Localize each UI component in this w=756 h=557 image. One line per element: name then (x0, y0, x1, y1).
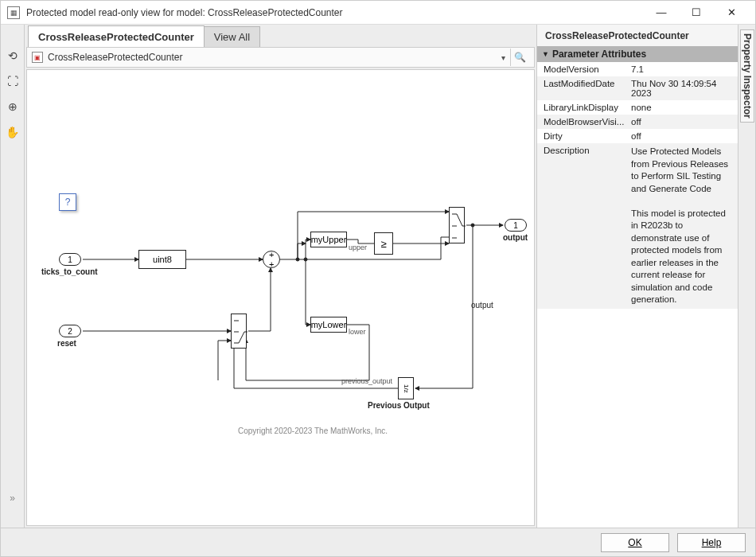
fit-view-icon[interactable]: ⛶ (6, 74, 20, 88)
window-title: Protected model read-only view for model… (26, 7, 644, 18)
prop-model-browser: ModelBrowserVisi... off (537, 115, 738, 129)
pan-icon[interactable]: ✋ (6, 125, 20, 139)
mylower-block[interactable]: myLower (310, 317, 347, 333)
zoom-icon[interactable]: ⊕ (6, 99, 20, 114)
switch-block[interactable] (449, 207, 465, 243)
prop-dirty: Dirty off (537, 129, 738, 143)
section-title: Parameter Attributes (552, 49, 646, 60)
search-icon[interactable]: 🔍 (510, 49, 529, 66)
tab-row: CrossReleaseProtectedCounter View All (25, 25, 536, 47)
help-button[interactable]: Help (677, 533, 746, 552)
tab-model-label: CrossReleaseProtectedCounter (38, 31, 194, 43)
inspector-section-header[interactable]: ▼ Parameter Attributes (537, 46, 738, 62)
breadcrumb-dropdown-icon[interactable]: ▾ (501, 53, 505, 62)
left-toolbar: ⟲ ⛶ ⊕ ✋ » (1, 25, 25, 528)
inport-ticks-label: ticks_to_count (41, 267, 98, 276)
close-button[interactable]: ✕ (714, 2, 749, 24)
tab-model[interactable]: CrossReleaseProtectedCounter (28, 25, 205, 47)
breadcrumb-text[interactable]: CrossReleaseProtectedCounter (48, 52, 501, 63)
prop-last-modified: LastModifiedDate Thu Nov 30 14:09:54 202… (537, 76, 738, 100)
side-tab-strip: Property Inspector (738, 25, 755, 528)
diagram-canvas[interactable]: ? 1 ticks_to_count uint8 myUpper upper ≥ (26, 69, 535, 526)
property-inspector-panel: CrossReleaseProtectedCounter ▼ Parameter… (536, 25, 738, 528)
inport-ticks[interactable]: 1 (59, 253, 81, 266)
prev-output-label: Previous Output (368, 401, 430, 410)
prop-description: Description Use Protected Models from Pr… (537, 143, 738, 309)
myupper-block[interactable]: myUpper (310, 232, 347, 247)
compare-block[interactable]: ≥ (374, 232, 393, 255)
sum-block[interactable] (263, 251, 280, 268)
copyright-text: Copyright 2020-2023 The MathWorks, Inc. (238, 427, 388, 435)
inspector-title: CrossReleaseProtectedCounter (537, 25, 738, 46)
lower-tag: lower (349, 328, 366, 336)
inport-reset[interactable]: 2 (59, 325, 81, 337)
outport-label: output (503, 233, 528, 242)
uint8-block[interactable]: uint8 (138, 250, 186, 269)
ok-button[interactable]: OK (601, 533, 669, 552)
title-bar: ▦ Protected model read-only view for mod… (1, 1, 755, 25)
section-collapse-icon: ▼ (542, 50, 549, 58)
maximize-button[interactable]: ☐ (679, 2, 714, 24)
tab-viewall-label: View All (214, 31, 250, 43)
svg-line-6 (457, 214, 462, 226)
center-column: CrossReleaseProtectedCounter View All ▣ … (25, 25, 536, 528)
prop-library-link: LibraryLinkDisplay none (537, 100, 738, 115)
tab-viewall[interactable]: View All (204, 26, 260, 47)
nav-back-icon[interactable]: ⟲ (6, 49, 20, 63)
minimize-button[interactable]: — (644, 2, 679, 24)
expand-toolbar-icon[interactable]: » (10, 493, 15, 528)
inport-reset-label: reset (57, 339, 76, 348)
property-inspector-tab[interactable]: Property Inspector (740, 29, 754, 123)
switch-reset-block[interactable] (231, 314, 247, 349)
svg-line-11 (239, 332, 244, 343)
upper-tag: upper (349, 243, 367, 251)
help-block[interactable]: ? (59, 193, 76, 211)
footer-bar: OK Help (1, 528, 755, 556)
breadcrumb-bar: ▣ CrossReleaseProtectedCounter ▾ 🔍 (26, 47, 535, 68)
diagram-wires (27, 70, 535, 526)
outport-output[interactable]: 1 (505, 219, 527, 232)
prev-signal-label: previous_output (341, 377, 392, 385)
model-icon: ▣ (32, 52, 43, 63)
prop-model-version: ModelVersion 7.1 (537, 62, 738, 76)
main-row: ⟲ ⛶ ⊕ ✋ » CrossReleaseProtectedCounter V… (1, 25, 755, 528)
signal-output-label: output (471, 301, 493, 310)
unit-delay-block[interactable]: 1/z (398, 377, 414, 399)
app-icon: ▦ (7, 6, 20, 19)
